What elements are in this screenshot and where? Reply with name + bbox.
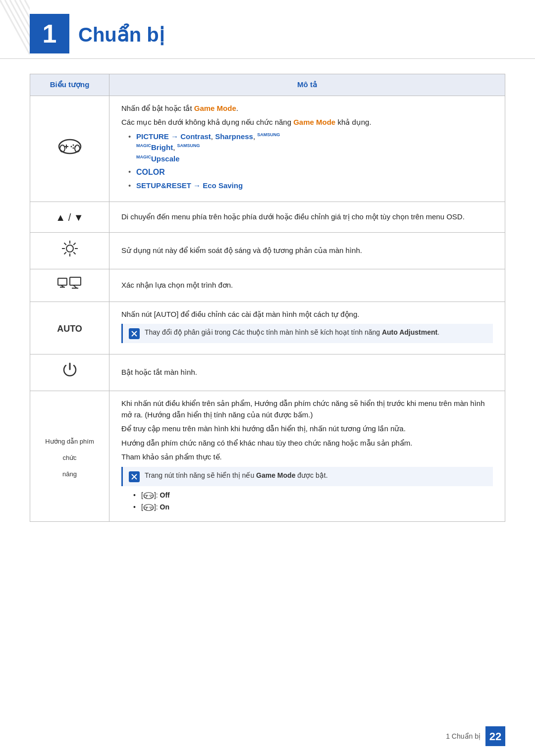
sun-desc: Sử dụng nút này để kiểm soát độ sáng và … [109, 232, 505, 269]
game-on-icon [143, 503, 154, 512]
function-key-label: Hướng dẫn phím chứcnăng [45, 438, 94, 478]
game-controller-icon [58, 137, 82, 156]
sun-icon [61, 240, 79, 257]
diagonal-decoration [0, 0, 30, 54]
updown-desc: Di chuyển đến menu phía trên hoặc phía d… [109, 202, 505, 232]
game-icon-cell [30, 96, 109, 202]
func-sub-bullets: []: Off []: On [131, 490, 493, 512]
power-icon-cell [30, 354, 109, 391]
svg-point-33 [150, 495, 150, 495]
svg-rect-24 [58, 278, 67, 285]
function-key-desc: Khi nhấn nút điều khiển trên sản phẩm, H… [109, 391, 505, 522]
svg-point-35 [150, 496, 150, 496]
col-header-desc: Mô tả [109, 74, 505, 96]
col-header-icon: Biểu tượng [30, 74, 109, 96]
page-header: 1 Chuẩn bị [0, 0, 535, 59]
svg-point-44 [150, 507, 150, 508]
table-row: Sử dụng nút này để kiểm soát độ sáng và … [30, 232, 505, 269]
svg-line-3 [15, 0, 30, 54]
svg-line-22 [73, 243, 75, 245]
table-row: Xác nhận lựa chọn một trình đơn. [30, 269, 505, 302]
auto-label: AUTO [57, 324, 82, 334]
footer-page-number: 22 [485, 726, 505, 746]
svg-rect-27 [70, 277, 81, 285]
chapter-number: 1 [30, 14, 69, 53]
power-desc: Bật hoặc tắt màn hình. [109, 354, 505, 391]
func-note-text: Trang nút tính năng sẽ hiển thị nếu Game… [145, 471, 328, 481]
svg-point-6 [59, 140, 81, 153]
svg-point-15 [66, 245, 73, 252]
monitor-icon-cell [30, 269, 109, 302]
svg-point-30 [144, 492, 154, 499]
auto-icon-cell: AUTO [30, 302, 109, 354]
game-mode-desc: Nhấn để bật hoặc tắt Game Mode. Các mục … [109, 96, 505, 202]
table-row: Bật hoặc tắt màn hình. [30, 354, 505, 391]
svg-point-36 [149, 495, 150, 496]
svg-point-42 [150, 506, 150, 507]
chapter-title: Chuẩn bị [78, 14, 164, 50]
table-row: ▲ / ▼ Di chuyển đến menu phía trên hoặc … [30, 202, 505, 232]
svg-line-23 [64, 252, 66, 254]
auto-desc: Nhấn nút [AUTO] để điều chỉnh các cài đặ… [109, 302, 505, 354]
updown-icon-cell: ▲ / ▼ [30, 202, 109, 232]
sun-icon-cell [30, 232, 109, 269]
svg-point-12 [70, 146, 72, 147]
svg-point-11 [72, 147, 74, 149]
footer-chapter-label: 1 Chuẩn bị [446, 731, 481, 742]
table-row: AUTO Nhấn nút [AUTO] để điều chỉnh các c… [30, 302, 505, 354]
content-table: Biểu tượng Mô tả [30, 74, 505, 522]
svg-point-39 [144, 504, 154, 510]
game-off-icon [143, 491, 154, 500]
table-row: Hướng dẫn phím chứcnăng Khi nhấn nút điề… [30, 391, 505, 522]
func-note-box: Trang nút tính năng sẽ hiển thị nếu Game… [121, 467, 493, 486]
power-icon [61, 361, 79, 379]
auto-note-text: Thay đổi độ phân giải trong Các thuộc tí… [145, 328, 439, 338]
note-icon [129, 328, 140, 339]
table-row: Nhấn để bật hoặc tắt Game Mode. Các mục … [30, 96, 505, 202]
monitor-confirm-icon [57, 276, 83, 290]
main-content: Biểu tượng Mô tả [0, 74, 535, 552]
svg-line-21 [73, 252, 75, 254]
table-header-row: Biểu tượng Mô tả [30, 74, 505, 96]
func-note-icon [129, 471, 140, 482]
svg-line-20 [64, 243, 66, 245]
page-footer: 1 Chuẩn bị 22 [446, 726, 505, 746]
function-key-icon-cell: Hướng dẫn phím chứcnăng [30, 391, 109, 522]
svg-point-45 [149, 507, 150, 507]
updown-arrow-icon: ▲ / ▼ [55, 212, 83, 223]
auto-note-box: Thay đổi độ phân giải trong Các thuộc tí… [121, 324, 493, 343]
svg-point-9 [72, 144, 74, 146]
monitor-desc: Xác nhận lựa chọn một trình đơn. [109, 269, 505, 302]
game-mode-bullets: PICTURE → Contrast, Sharpness, SAMSUNGMA… [126, 131, 493, 192]
